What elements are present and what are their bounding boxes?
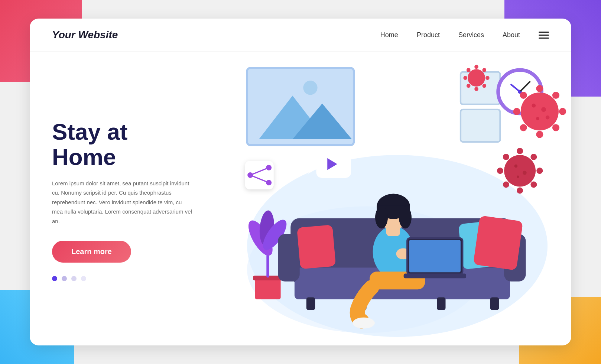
- svg-rect-57: [266, 246, 269, 277]
- svg-line-51: [250, 175, 269, 183]
- svg-rect-73: [386, 224, 400, 236]
- dot-2[interactable]: [62, 276, 67, 281]
- svg-rect-67: [437, 297, 445, 310]
- svg-point-59: [258, 210, 276, 247]
- svg-point-81: [353, 318, 375, 329]
- svg-point-39: [517, 188, 523, 194]
- svg-point-9: [518, 90, 522, 94]
- svg-rect-62: [295, 268, 510, 299]
- nav-item-about[interactable]: About: [503, 31, 520, 39]
- svg-point-15: [485, 76, 490, 80]
- dot-1[interactable]: [52, 276, 57, 281]
- svg-point-49: [266, 180, 272, 185]
- svg-point-43: [514, 165, 518, 168]
- svg-point-38: [530, 182, 537, 188]
- svg-point-20: [467, 68, 471, 72]
- svg-point-74: [379, 197, 409, 230]
- hamburger-line-2: [539, 35, 549, 36]
- svg-point-1: [247, 207, 484, 333]
- svg-rect-71: [473, 215, 523, 270]
- svg-point-13: [474, 65, 478, 69]
- svg-rect-82: [407, 238, 462, 274]
- svg-point-18: [467, 84, 471, 88]
- svg-point-29: [520, 92, 527, 99]
- hero-section: Stay at Home Lorem ipsum dolor sit amet,…: [30, 52, 571, 341]
- svg-point-25: [552, 124, 559, 131]
- svg-point-26: [536, 131, 543, 138]
- svg-point-78: [399, 207, 412, 229]
- svg-point-24: [559, 108, 566, 115]
- hero-title: Stay at Home: [52, 119, 193, 170]
- svg-rect-6: [461, 72, 500, 104]
- illustration-svg: [215, 52, 571, 341]
- learn-more-button[interactable]: Learn more: [52, 241, 131, 263]
- svg-rect-56: [253, 276, 283, 280]
- svg-rect-68: [490, 297, 499, 310]
- svg-marker-54: [327, 158, 337, 170]
- svg-line-11: [511, 85, 520, 92]
- svg-point-47: [247, 172, 253, 178]
- hero-description: Lorem ipsum dolor sit amet, sea putant s…: [52, 179, 193, 226]
- svg-rect-52: [316, 150, 351, 178]
- brand-logo[interactable]: Your Website: [52, 29, 380, 41]
- svg-rect-80: [370, 272, 425, 289]
- svg-point-16: [483, 84, 487, 88]
- svg-point-30: [532, 104, 536, 108]
- svg-rect-7: [461, 110, 500, 142]
- svg-point-17: [474, 87, 478, 91]
- svg-rect-61: [290, 218, 512, 284]
- svg-rect-69: [297, 225, 336, 269]
- svg-rect-55: [255, 277, 280, 299]
- svg-point-14: [483, 68, 487, 72]
- svg-point-48: [266, 165, 272, 170]
- nav-link-services[interactable]: Services: [458, 31, 484, 39]
- svg-point-22: [536, 85, 543, 92]
- svg-point-21: [521, 92, 559, 130]
- dot-4[interactable]: [81, 276, 86, 281]
- svg-point-32: [536, 117, 539, 120]
- svg-point-5: [303, 81, 317, 95]
- svg-point-72: [373, 226, 414, 277]
- svg-point-42: [503, 154, 509, 160]
- svg-point-41: [497, 168, 503, 174]
- svg-point-75: [377, 194, 410, 219]
- dot-3[interactable]: [71, 276, 77, 281]
- svg-point-79: [396, 248, 410, 259]
- svg-point-77: [375, 207, 388, 229]
- svg-rect-83: [409, 240, 461, 272]
- nav-link-home[interactable]: Home: [380, 31, 398, 39]
- svg-rect-66: [358, 297, 366, 310]
- svg-point-33: [546, 116, 550, 120]
- svg-point-28: [513, 108, 520, 115]
- navbar: Your Website Home Product Services About: [30, 19, 571, 52]
- svg-rect-64: [504, 234, 526, 282]
- svg-marker-3: [259, 96, 326, 139]
- svg-rect-70: [458, 220, 500, 269]
- nav-item-services[interactable]: Services: [458, 31, 484, 39]
- svg-point-35: [517, 148, 523, 154]
- svg-point-12: [468, 69, 485, 87]
- svg-marker-4: [293, 104, 352, 139]
- nav-link-product[interactable]: Product: [417, 31, 440, 39]
- svg-rect-76: [377, 205, 410, 215]
- svg-point-34: [504, 155, 536, 186]
- nav-link-about[interactable]: About: [503, 31, 520, 39]
- nav-item-home[interactable]: Home: [380, 31, 398, 39]
- svg-point-19: [463, 76, 467, 80]
- svg-rect-84: [404, 274, 466, 279]
- carousel-dots: [52, 276, 193, 281]
- svg-point-36: [530, 154, 537, 160]
- main-card: Your Website Home Product Services About…: [30, 19, 571, 345]
- svg-point-58: [244, 217, 277, 259]
- svg-point-31: [541, 107, 546, 112]
- svg-point-45: [517, 176, 519, 178]
- svg-point-37: [536, 168, 543, 174]
- svg-point-27: [520, 124, 527, 131]
- svg-rect-65: [306, 297, 315, 310]
- hamburger-menu[interactable]: [539, 32, 549, 39]
- svg-rect-46: [245, 161, 274, 189]
- nav-item-product[interactable]: Product: [417, 31, 440, 39]
- svg-rect-63: [278, 234, 300, 282]
- svg-point-40: [503, 182, 509, 188]
- svg-point-60: [259, 216, 290, 253]
